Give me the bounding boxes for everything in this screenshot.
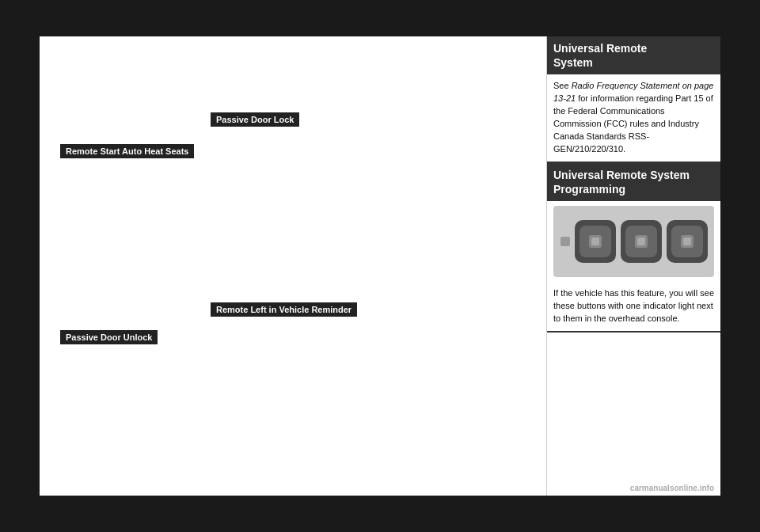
left-content: Remote Start Auto Heat Seats Passive Doo… xyxy=(52,49,534,483)
universal-remote-programming-section: Universal Remote SystemProgramming xyxy=(547,163,720,332)
right-column: Universal RemoteSystem See Radio Frequen… xyxy=(546,36,720,496)
remote-button-2-inner xyxy=(625,226,657,257)
watermark: carmanualsonline.info xyxy=(630,484,714,492)
svg-rect-1 xyxy=(591,238,599,245)
universal-remote-programming-header: Universal Remote SystemProgramming xyxy=(547,163,720,201)
universal-remote-body: See Radio Frequency Statement on page 13… xyxy=(547,74,720,162)
remote-button-3-inner xyxy=(671,226,703,257)
remote-button-2-icon xyxy=(633,233,650,250)
remote-button-3-icon xyxy=(678,233,696,250)
universal-remote-section: Universal RemoteSystem See Radio Frequen… xyxy=(547,36,720,163)
remote-button-2 xyxy=(621,220,662,263)
remote-button-1 xyxy=(575,220,616,263)
remote-start-label: Remote Start Auto Heat Seats xyxy=(60,144,194,158)
indicator-square xyxy=(560,237,570,246)
remote-programming-caption: If the vehicle has this feature, you wil… xyxy=(547,282,720,331)
svg-rect-3 xyxy=(637,238,645,245)
remote-buttons-image xyxy=(553,206,714,277)
left-column: Remote Start Auto Heat Seats Passive Doo… xyxy=(40,36,546,496)
universal-remote-header: Universal RemoteSystem xyxy=(547,36,720,74)
remote-left-vehicle-label: Remote Left in Vehicle Reminder xyxy=(211,302,357,317)
remote-button-3 xyxy=(667,220,708,263)
passive-door-unlock-label: Passive Door Unlock xyxy=(60,330,158,344)
passive-door-lock-label: Passive Door Lock xyxy=(211,112,299,127)
button-row xyxy=(553,214,714,269)
page: Remote Start Auto Heat Seats Passive Doo… xyxy=(40,36,720,496)
italic-reference: Radio Frequency Statement on page 13-21 xyxy=(553,81,713,103)
svg-rect-5 xyxy=(683,238,691,245)
remote-button-1-icon xyxy=(587,233,604,250)
remote-button-1-inner xyxy=(580,226,611,257)
